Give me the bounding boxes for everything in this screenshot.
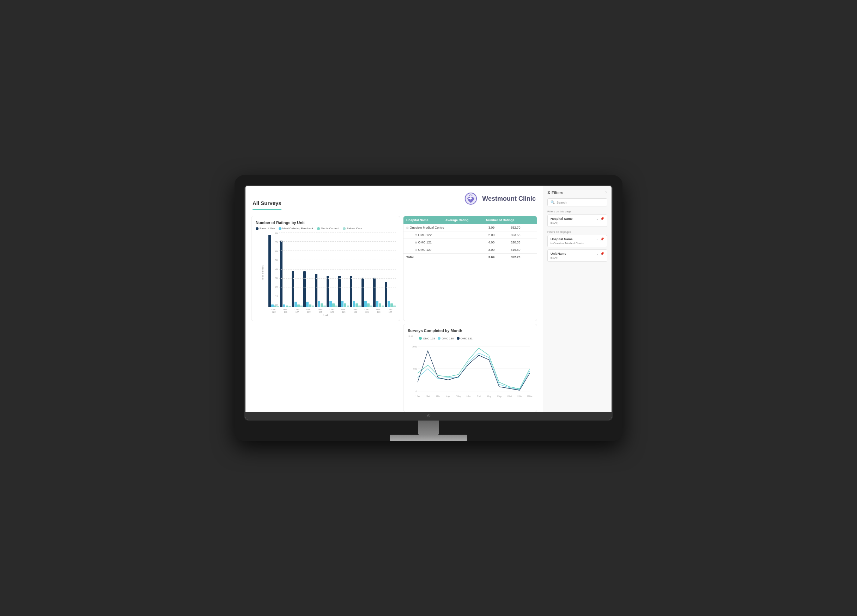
- legend-item: Ease of Use: [256, 227, 275, 230]
- bar-chart-legend: Ease of UseMeal Ordering FeedbackMedia C…: [256, 227, 396, 230]
- y-tick: 4K: [268, 268, 278, 271]
- bar: [370, 305, 373, 307]
- all-filter-2-expand-icon[interactable]: ⌄: [596, 252, 599, 255]
- all-filter-card-2: Unit Name ⌄ 📌 is (All): [548, 249, 607, 262]
- hospital-name-cell: ⊞ OMC 121: [404, 239, 486, 246]
- page-filter-icons[interactable]: ⌄ 📌: [596, 217, 604, 220]
- search-box[interactable]: 🔍: [548, 198, 607, 206]
- bar-group: OMC 128: [315, 232, 326, 313]
- bar: [376, 301, 378, 307]
- filters-on-page-label: Filters on this page: [548, 210, 607, 213]
- svg-text:1 Jan: 1 Jan: [415, 395, 420, 398]
- bar: [350, 276, 352, 307]
- bar: [323, 305, 326, 307]
- bar: [292, 271, 294, 307]
- bar: [353, 301, 355, 307]
- line-legend-item: OMC 131: [457, 337, 473, 340]
- bar: [297, 305, 300, 307]
- line-chart-panel: Surveys Completed by Month Unit OMC 128O…: [403, 324, 537, 412]
- num-ratings-cell: 319.50: [508, 246, 537, 254]
- bar-col: [373, 233, 384, 307]
- bar-col: [362, 233, 373, 307]
- avg-rating-cell: 2.00: [486, 231, 508, 239]
- hospital-table: Hospital Name Average Rating Number of R…: [404, 216, 537, 224]
- all-filter-2-pin-icon[interactable]: 📌: [600, 252, 604, 255]
- sidebar-title-text: Filters: [552, 190, 563, 195]
- bar-group: OMC 127: [292, 232, 303, 313]
- all-filter-2-icons[interactable]: ⌄ 📌: [596, 252, 604, 255]
- bar: [277, 306, 279, 307]
- bar: [312, 305, 314, 307]
- bar-group: OMC 126: [338, 232, 349, 313]
- bar-label: OMC 125: [330, 308, 335, 313]
- avg-rating-cell: 3.09: [486, 224, 508, 231]
- bar-group: OMC 131: [362, 232, 373, 313]
- bar: [362, 278, 364, 307]
- line-chart-svg: 050010001 Jan2 Feb3 Mar4 Apr5 May6 Jun7 …: [408, 342, 532, 406]
- legend-item: Meal Ordering Feedback: [278, 227, 314, 230]
- all-filter-1-label: Hospital Name: [551, 237, 573, 241]
- bar: [320, 303, 323, 307]
- bar: [390, 303, 393, 307]
- filter-expand-icon[interactable]: ⌄: [596, 217, 599, 220]
- line-chart-legend: Unit OMC 128OMC 130OMC 131: [408, 335, 532, 341]
- y-tick: 0K: [268, 304, 278, 306]
- svg-text:10 Oct: 10 Oct: [507, 395, 512, 398]
- bar-chart-panel: Number of Ratings by Unit Ease of UseMea…: [251, 216, 400, 321]
- bar-label: OMC 123: [376, 308, 381, 313]
- legend-item: Patient Care: [343, 227, 362, 230]
- bar: [364, 301, 367, 307]
- bar: [294, 302, 297, 307]
- bar-group: OMC 130: [303, 232, 314, 313]
- sidebar-expand-icon[interactable]: >: [605, 190, 607, 194]
- filter-pin-icon[interactable]: 📌: [600, 217, 604, 220]
- all-filter-2-label: Unit Name: [551, 252, 566, 255]
- unit-label: Unit: [408, 335, 413, 341]
- all-filter-1-icons[interactable]: ⌄ 📌: [596, 237, 604, 241]
- sidebar: ⧖ Filters > 🔍 Filters on this page Hospi…: [543, 186, 611, 412]
- svg-text:2 Feb: 2 Feb: [426, 395, 430, 398]
- y-tick: 6K: [268, 250, 278, 252]
- monitor-screen: All Surveys Westmount Clinic: [244, 185, 613, 421]
- page-filter-card: Hospital Name ⌄ 📌 is (All): [548, 215, 607, 227]
- all-filter-1-value: is Oneview Medical Centre: [551, 241, 604, 245]
- all-filter-1-pin-icon[interactable]: 📌: [600, 237, 604, 241]
- bar-label: OMC 128: [318, 308, 323, 313]
- clinic-name: Westmount Clinic: [482, 195, 536, 203]
- all-filter-2-header: Unit Name ⌄ 📌: [551, 252, 604, 255]
- bar: [347, 305, 349, 307]
- num-ratings-cell: 653.58: [508, 231, 537, 239]
- search-icon: 🔍: [551, 200, 555, 204]
- bar: [388, 301, 390, 307]
- svg-text:3 Mar: 3 Mar: [436, 395, 440, 398]
- legend-item: Media Content: [317, 227, 339, 230]
- svg-text:0: 0: [416, 390, 417, 393]
- line-series: [418, 351, 530, 390]
- bar: [332, 303, 335, 307]
- y-axis: 0K1K2K3K4K5K6K7K8K: [268, 232, 278, 306]
- bar: [385, 282, 387, 307]
- bar: [318, 301, 320, 307]
- line-chart-title: Surveys Completed by Month: [408, 328, 532, 333]
- line-legend-item: OMC 130: [438, 337, 453, 340]
- num-ratings-cell: 352.70: [508, 224, 537, 231]
- hospital-table-body: ⊟ Oneview Medical Centre3.09352.70⊞ OMC …: [404, 224, 537, 261]
- bar-label: OMC 121: [283, 308, 288, 313]
- bar: [286, 305, 288, 307]
- bar-col: [338, 233, 349, 307]
- bar-col: [350, 233, 361, 307]
- search-input[interactable]: [557, 201, 604, 204]
- bar-col: [280, 233, 291, 307]
- bar: [373, 278, 376, 307]
- page-filter-value: is (All): [551, 221, 604, 224]
- all-filter-1-expand-icon[interactable]: ⌄: [596, 237, 599, 241]
- bar: [288, 306, 291, 307]
- bar: [379, 303, 381, 307]
- bar: [329, 301, 332, 307]
- all-filter-2-value: is (All): [551, 256, 604, 259]
- bar: [315, 274, 317, 307]
- sidebar-header: ⧖ Filters >: [548, 190, 607, 195]
- filters-on-all-label: Filters on all pages: [548, 231, 607, 234]
- monitor-stand: [244, 421, 613, 441]
- svg-text:7 Jul: 7 Jul: [477, 395, 480, 398]
